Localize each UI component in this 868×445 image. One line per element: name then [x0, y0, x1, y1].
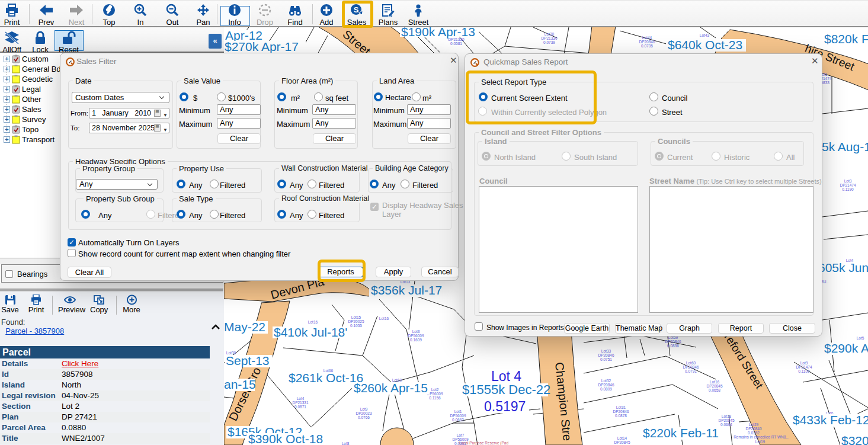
svg-text:0.1609: 0.1609 — [410, 338, 422, 342]
svg-text:Lot3: Lot3 — [412, 329, 420, 334]
svg-text:DP20846: DP20846 — [613, 409, 629, 414]
svg-text:$1555k Dec-22: $1555k Dec-22 — [462, 382, 550, 397]
svg-text:$356k Jul-17: $356k Jul-17 — [371, 283, 442, 297]
svg-text:5k Aug-1: 5k Aug-1 — [822, 140, 868, 153]
svg-text:605k Jun: 605k Jun — [818, 261, 868, 274]
svg-text:0.0871: 0.0871 — [294, 405, 306, 409]
svg-text:Lot16: Lot16 — [308, 320, 318, 324]
svg-text:DP21330: DP21330 — [541, 36, 557, 40]
svg-text:Lot16: Lot16 — [379, 316, 389, 321]
svg-text:DP56009: DP56009 — [450, 414, 466, 418]
svg-text:$820k F: $820k F — [824, 32, 868, 46]
svg-text:DP20845: DP20845 — [718, 418, 734, 422]
svg-text:DP20840: DP20840 — [745, 427, 761, 431]
svg-text:0.0705: 0.0705 — [641, 44, 653, 48]
svg-text:$390k Oct-18: $390k Oct-18 — [248, 432, 323, 445]
svg-text:Sept-13: Sept-13 — [226, 354, 270, 367]
svg-text:Lot33: Lot33 — [601, 349, 611, 353]
svg-text:DP20846: DP20846 — [598, 353, 614, 357]
svg-text:May-22: May-22 — [224, 320, 265, 334]
svg-text:0.0581: 0.0581 — [450, 41, 462, 46]
svg-text:0.0739: 0.0739 — [543, 40, 555, 44]
svg-text:0.5197: 0.5197 — [484, 399, 526, 414]
svg-text:DP20846: DP20846 — [665, 340, 681, 344]
svg-text:Lot1: Lot1 — [454, 409, 462, 414]
svg-text:0.0658: 0.0658 — [709, 388, 720, 392]
svg-text:Lot14: Lot14 — [617, 436, 627, 440]
svg-text:0.0809: 0.0809 — [600, 387, 612, 391]
svg-text:Lot32: Lot32 — [601, 379, 611, 383]
svg-text:Lot3: Lot3 — [844, 179, 852, 183]
svg-text:0.1100: 0.1100 — [798, 369, 810, 373]
svg-text:Lot9: Lot9 — [800, 361, 808, 365]
svg-text:Lot4: Lot4 — [297, 396, 305, 401]
svg-text:Lot29: Lot29 — [749, 422, 759, 427]
svg-text:DP20845: DP20845 — [706, 384, 722, 388]
svg-text:DP21331: DP21331 — [292, 401, 308, 405]
svg-text:Lot5: Lot5 — [857, 336, 864, 340]
svg-text:Lot31: Lot31 — [616, 405, 626, 409]
svg-text:DP20846: DP20846 — [683, 365, 699, 369]
svg-text:DP21474: DP21474 — [840, 183, 856, 187]
svg-text:0.0152: 0.0152 — [748, 431, 760, 435]
svg-text:Lot16: Lot16 — [710, 380, 720, 384]
svg-text:DP20025: DP20025 — [348, 319, 364, 324]
svg-text:0.1190: 0.1190 — [842, 187, 854, 191]
svg-text:Lot44: Lot44 — [642, 36, 652, 40]
svg-text:Lot7: Lot7 — [457, 433, 465, 437]
svg-text:Lot30: Lot30 — [544, 32, 555, 36]
svg-text:0.0751: 0.0751 — [600, 357, 612, 361]
svg-text:$640k Oct-23: $640k Oct-23 — [668, 38, 742, 52]
svg-text:$433k Feb-12: $433k Feb-12 — [793, 413, 868, 427]
svg-text:Lot15: Lot15 — [351, 315, 361, 319]
svg-text:0.1156: 0.1156 — [429, 396, 441, 400]
svg-text:an-15: an-15 — [224, 377, 256, 391]
svg-text:$220k Feb-11: $220k Feb-11 — [643, 426, 719, 440]
svg-text:Local Purpose Reserve (Pad: Local Purpose Reserve (Pad — [459, 441, 508, 445]
svg-text:DP20023: DP20023 — [355, 411, 371, 415]
svg-text:DP20846: DP20846 — [639, 40, 655, 44]
svg-text:Lot9: Lot9 — [360, 407, 368, 411]
svg-text:Lot 4: Lot 4 — [491, 369, 521, 384]
svg-text:0.0604: 0.0604 — [720, 422, 732, 427]
svg-text:0.0878: 0.0878 — [615, 414, 627, 418]
svg-text:Lot18: Lot18 — [722, 414, 732, 418]
svg-text:0.0663: 0.0663 — [452, 418, 464, 422]
svg-text:DP21474: DP21474 — [796, 365, 812, 369]
svg-text:DP56009: DP56009 — [408, 334, 424, 338]
svg-text:$190k Apr-13: $190k Apr-13 — [401, 27, 475, 39]
svg-text:Lot8: Lot8 — [342, 441, 350, 445]
svg-text:Lot19: Lot19 — [755, 440, 765, 444]
svg-text:$290k A: $290k A — [824, 341, 868, 355]
svg-text:0.0856: 0.0856 — [667, 344, 679, 348]
svg-text:0.0766: 0.0766 — [358, 415, 370, 420]
svg-text:Remains in cancelled RT WN8...: Remains in cancelled RT WN8... — [734, 435, 789, 439]
svg-text:0.1055: 0.1055 — [350, 324, 362, 328]
svg-text:Lot60: Lot60 — [686, 361, 696, 365]
svg-text:$410k Jul-18': $410k Jul-18' — [274, 325, 347, 339]
svg-text:$320: $320 — [841, 434, 868, 445]
svg-text:Lot2: Lot2 — [431, 388, 439, 392]
svg-text:0.0791: 0.0791 — [685, 369, 697, 373]
svg-text:Lot43: Lot43 — [700, 33, 710, 37]
svg-text:$260k Apr-15: $260k Apr-15 — [354, 381, 428, 395]
svg-text:DP20845: DP20845 — [614, 440, 630, 444]
svg-text:DP20846: DP20846 — [598, 383, 614, 387]
svg-text:$270k Apr-17: $270k Apr-17 — [225, 40, 299, 53]
